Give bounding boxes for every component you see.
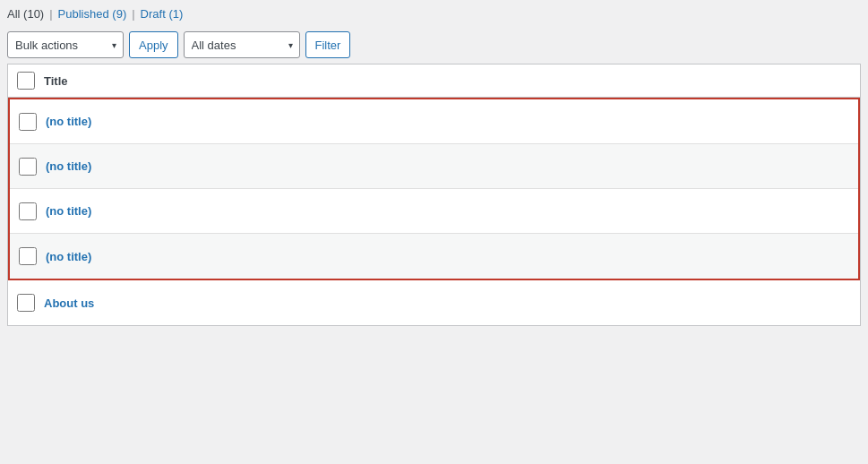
draft-count: (1) — [168, 7, 183, 21]
row-2-title[interactable]: (no title) — [46, 159, 91, 173]
select-all-checkbox[interactable] — [17, 72, 35, 90]
row-5-title[interactable]: About us — [44, 296, 94, 310]
table-row: (no title) — [10, 99, 858, 144]
row-1-title[interactable]: (no title) — [46, 115, 91, 128]
title-column-header: Title — [44, 74, 68, 88]
row-3-title[interactable]: (no title) — [46, 204, 91, 218]
table-row: (no title) — [10, 144, 858, 189]
page-wrapper: All (10) | Published (9) | Draft (1) Bul… — [0, 0, 868, 326]
status-bar: All (10) | Published (9) | Draft (1) — [0, 0, 868, 26]
row-5-checkbox[interactable] — [17, 294, 35, 312]
all-count: (10) — [23, 7, 44, 21]
sep2: | — [132, 7, 134, 21]
posts-table: Title (no title) (no title) (no title) (… — [7, 64, 861, 326]
bulk-actions-wrapper: Bulk actions Edit Move to Trash ▾ — [7, 31, 124, 58]
filter-button[interactable]: Filter — [305, 31, 351, 58]
bulk-actions-select[interactable]: Bulk actions Edit Move to Trash — [7, 31, 124, 58]
status-link-draft[interactable]: Draft (1) — [141, 7, 184, 21]
highlighted-rows-group: (no title) (no title) (no title) (no tit… — [8, 98, 860, 280]
row-1-checkbox[interactable] — [19, 113, 37, 131]
row-3-checkbox[interactable] — [19, 202, 37, 220]
dates-select[interactable]: All dates January 2024 February 2024 — [184, 31, 300, 58]
apply-button[interactable]: Apply — [129, 31, 178, 58]
sep1: | — [49, 7, 52, 21]
actions-bar: Bulk actions Edit Move to Trash ▾ Apply … — [0, 26, 868, 64]
table-header: Title — [8, 64, 860, 98]
dates-wrapper: All dates January 2024 February 2024 ▾ — [184, 31, 300, 58]
status-link-published[interactable]: Published (9) — [58, 7, 127, 21]
published-label: Published — [58, 7, 109, 21]
row-4-title[interactable]: (no title) — [46, 250, 91, 263]
row-4-checkbox[interactable] — [19, 247, 37, 265]
status-links: All (10) | Published (9) | Draft (1) — [0, 7, 183, 21]
status-link-all[interactable]: All (10) — [7, 7, 44, 21]
draft-label: Draft — [141, 7, 166, 21]
row-2-checkbox[interactable] — [19, 158, 37, 176]
table-row: About us — [8, 280, 860, 325]
table-row: (no title) — [10, 234, 858, 279]
all-label: All — [7, 7, 20, 21]
published-count: (9) — [112, 7, 126, 21]
table-row: (no title) — [10, 189, 858, 234]
